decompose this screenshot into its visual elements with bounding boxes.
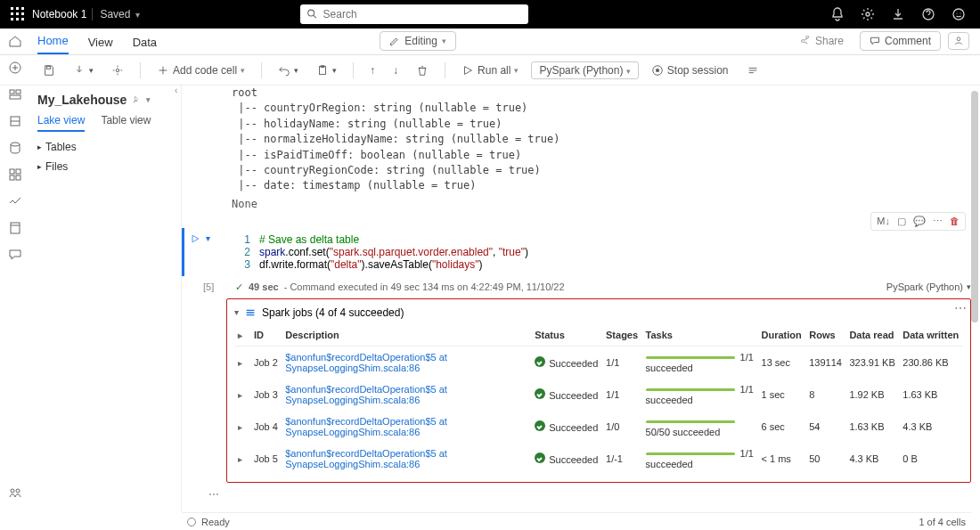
share-button[interactable]: Share — [791, 32, 853, 50]
face-icon[interactable] — [951, 7, 966, 21]
queue-icon[interactable] — [741, 61, 764, 79]
kernel-selector[interactable]: PySpark (Python) ▾ — [531, 61, 638, 79]
status-ok-icon — [187, 518, 196, 526]
chevron-down-icon[interactable]: ▾ — [234, 307, 239, 317]
spark-jobs-panel: ⋯ ▾ Spark jobs (4 of 4 succeeded) ▸ ID D… — [226, 298, 971, 483]
svg-rect-1 — [16, 7, 19, 10]
svg-rect-3 — [11, 12, 13, 15]
collapse-panel-icon[interactable]: ‹ — [175, 86, 177, 95]
svg-point-28 — [11, 143, 20, 146]
search-icon — [307, 9, 317, 20]
search-input[interactable] — [323, 8, 522, 20]
svg-point-15 — [960, 12, 960, 13]
svg-rect-25 — [16, 90, 20, 94]
svg-rect-4 — [16, 12, 19, 15]
svg-rect-5 — [21, 12, 24, 15]
comment-button[interactable]: Comment — [860, 31, 941, 51]
code-area[interactable]: 1# Save as delta table 2spark.conf.set("… — [238, 228, 971, 276]
svg-point-34 — [11, 489, 14, 493]
output-schema: root |-- countryOrRegion: string (nullab… — [182, 86, 971, 194]
svg-rect-32 — [16, 175, 20, 180]
cell-count: 1 of 4 cells — [919, 517, 966, 527]
svg-point-16 — [957, 37, 960, 41]
tree-tables[interactable]: ▸Tables — [37, 137, 172, 157]
svg-point-13 — [953, 9, 964, 20]
svg-point-18 — [116, 69, 119, 72]
save-status: Saved — [92, 8, 130, 20]
subtab-tableview[interactable]: Table view — [101, 114, 151, 132]
move-down-icon[interactable]: ↓ — [388, 61, 404, 79]
svg-rect-31 — [10, 175, 14, 180]
table-row[interactable]: ▸ Job 2 $anonfun$recordDeltaOperation$5 … — [234, 346, 963, 379]
cell-toolbar[interactable]: M↓ ▢ 💬 ⋯ 🗑 — [870, 212, 966, 231]
cell-more-icon: ⋯ — [933, 216, 943, 227]
lakehouse-name[interactable]: My_Lakehouse▾ — [37, 93, 172, 107]
status-ready: Ready — [201, 517, 230, 527]
svg-point-35 — [16, 489, 20, 493]
search-box[interactable] — [300, 4, 528, 24]
settings-icon[interactable] — [106, 61, 129, 79]
help-icon[interactable] — [921, 7, 935, 21]
home-icon[interactable] — [8, 34, 22, 48]
exec-time: 49 sec — [249, 281, 279, 292]
svg-line-10 — [314, 15, 316, 18]
onelake-icon[interactable] — [8, 114, 22, 128]
jobs-more-icon[interactable]: ⋯ — [954, 301, 967, 315]
waffle-icon[interactable] — [11, 7, 25, 21]
pin-icon[interactable] — [132, 95, 141, 104]
stop-session-button[interactable]: Stop session — [646, 61, 734, 79]
svg-rect-2 — [21, 7, 24, 10]
learn-icon[interactable] — [8, 221, 22, 235]
svg-rect-33 — [11, 223, 20, 233]
tab-view[interactable]: View — [88, 36, 113, 54]
apps-icon[interactable] — [8, 167, 22, 182]
tab-home[interactable]: Home — [37, 34, 69, 54]
jobs-table: ▸ ID Description Status Stages Tasks Dur… — [234, 324, 963, 475]
add-code-cell[interactable]: Add code cell▾ — [151, 61, 250, 79]
notebook-name[interactable]: Notebook 1 — [32, 8, 86, 20]
cell-separator: ⋯ — [208, 483, 971, 506]
run-cell-icon[interactable] — [190, 233, 200, 244]
save-icon[interactable] — [37, 61, 61, 79]
svg-point-14 — [956, 12, 957, 13]
svg-rect-8 — [21, 18, 24, 20]
chevron-down-icon[interactable]: ▾ — [135, 10, 140, 20]
download-icon[interactable] — [891, 7, 905, 21]
exec-count: [5] — [203, 281, 214, 292]
svg-rect-7 — [16, 18, 19, 20]
run-all-button[interactable]: Run all▾ — [456, 61, 524, 79]
svg-rect-22 — [656, 69, 659, 72]
gear-icon[interactable] — [861, 7, 875, 21]
subtab-lakeview[interactable]: Lake view — [37, 114, 85, 132]
data-icon[interactable] — [8, 141, 22, 155]
delete-icon[interactable] — [411, 61, 434, 79]
exec-detail: - Command executed in 49 sec 134 ms on 4… — [284, 281, 565, 292]
move-up-icon[interactable]: ↑ — [364, 61, 380, 79]
table-row[interactable]: ▸ Job 4 $anonfun$recordDeltaOperation$5 … — [234, 411, 963, 443]
cell-run-icon: ▢ — [897, 216, 906, 227]
create-icon[interactable] — [8, 61, 22, 75]
chevron-down-icon[interactable]: ▾ — [206, 233, 210, 244]
svg-rect-6 — [11, 18, 13, 20]
exec-kernel: PySpark (Python) — [886, 281, 963, 292]
scrollbar[interactable] — [971, 91, 978, 322]
table-row[interactable]: ▸ Job 3 $anonfun$recordDeltaOperation$5 … — [234, 379, 963, 411]
svg-point-9 — [308, 10, 314, 16]
undo-icon[interactable]: ▾ — [273, 61, 304, 79]
tab-data[interactable]: Data — [133, 36, 157, 54]
spark-icon — [244, 306, 257, 319]
success-icon: ✓ — [235, 281, 243, 293]
bell-icon[interactable] — [830, 7, 845, 21]
table-row[interactable]: ▸ Job 5 $anonfun$recordDeltaOperation$5 … — [234, 443, 963, 475]
download-icon[interactable]: ▾ — [68, 61, 99, 79]
feedback-icon[interactable] — [8, 248, 22, 262]
people-icon[interactable] — [948, 32, 969, 50]
clipboard-icon[interactable]: ▾ — [311, 61, 342, 79]
svg-point-11 — [866, 12, 870, 16]
cell-md-icon: M↓ — [877, 216, 890, 227]
editing-mode[interactable]: Editing▾ — [380, 31, 456, 51]
workspace-icon[interactable] — [8, 87, 22, 102]
monitor-icon[interactable] — [8, 194, 22, 208]
tree-files[interactable]: ▸Files — [37, 157, 172, 176]
workspaces-icon[interactable] — [8, 485, 22, 500]
